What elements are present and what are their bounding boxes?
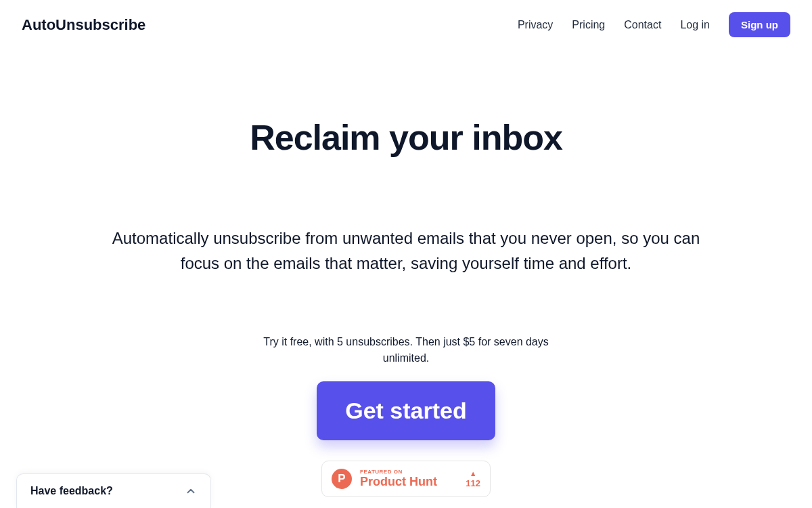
nav-contact[interactable]: Contact bbox=[624, 19, 661, 31]
product-hunt-vote-count: 112 bbox=[466, 479, 480, 488]
product-hunt-name: Product Hunt bbox=[360, 475, 457, 489]
feedback-label: Have feedback? bbox=[30, 485, 113, 497]
main-nav: Privacy Pricing Contact Log in Sign up bbox=[518, 12, 790, 37]
nav-login[interactable]: Log in bbox=[680, 19, 710, 31]
product-hunt-badge[interactable]: P FEATURED ON Product Hunt ▲ 112 bbox=[321, 461, 491, 497]
product-hunt-icon: P bbox=[332, 469, 352, 489]
get-started-button[interactable]: Get started bbox=[317, 381, 495, 440]
signup-button[interactable]: Sign up bbox=[729, 12, 790, 37]
hero-section: Reclaim your inbox Automatically unsubsc… bbox=[102, 49, 710, 497]
hero-pricing-note: Try it free, with 5 unsubscribes. Then j… bbox=[247, 334, 565, 366]
nav-pricing[interactable]: Pricing bbox=[572, 19, 605, 31]
hero-subtitle: Automatically unsubscribe from unwanted … bbox=[102, 226, 710, 276]
nav-privacy[interactable]: Privacy bbox=[518, 19, 553, 31]
hero-title: Reclaim your inbox bbox=[102, 117, 710, 158]
upvote-icon: ▲ bbox=[470, 470, 477, 478]
product-hunt-votes: ▲ 112 bbox=[466, 470, 480, 488]
brand-logo[interactable]: AutoUnsubscribe bbox=[22, 16, 145, 34]
product-hunt-text: FEATURED ON Product Hunt bbox=[360, 469, 457, 489]
chevron-up-icon bbox=[185, 485, 197, 497]
feedback-widget[interactable]: Have feedback? bbox=[16, 473, 211, 508]
header: AutoUnsubscribe Privacy Pricing Contact … bbox=[0, 0, 812, 49]
